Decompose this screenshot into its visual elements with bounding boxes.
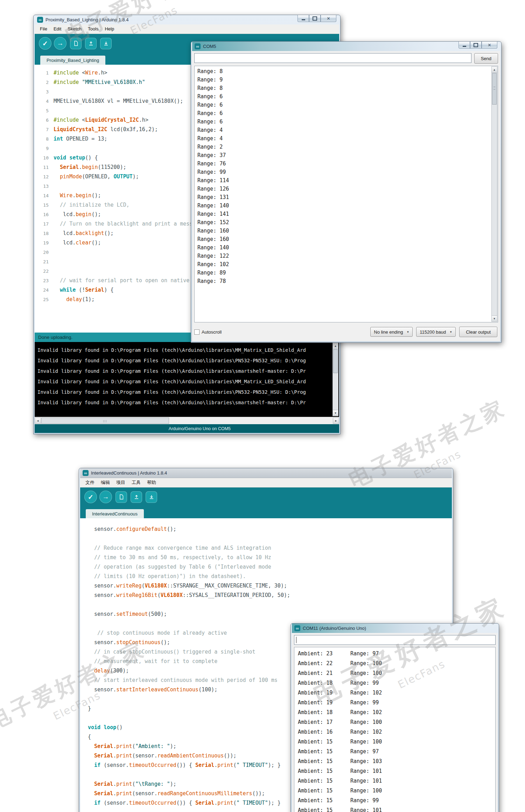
code-line: // limits (10 Hz operation)") in the dat… (88, 572, 452, 581)
window-title: InterleavedContinuous | Arduino 1.8.4 (91, 470, 167, 476)
scrollbar-thumb[interactable] (333, 349, 338, 373)
menu-item-2[interactable]: 项目 (113, 478, 128, 487)
serial-input[interactable] (194, 53, 471, 63)
menu-item-sketch[interactable]: Sketch (64, 24, 85, 34)
arduino-app-icon: ∞ (195, 43, 201, 49)
save-button[interactable] (146, 491, 157, 503)
scroll-left-icon[interactable]: ◄ (35, 418, 41, 424)
serial-output-lines: Ambient: 23Range: 97Ambient: 22Range: 10… (294, 647, 495, 812)
maximize-button[interactable] (309, 15, 321, 22)
titlebar[interactable]: ∞ COM11 (Arduino/Genuino Uno) (292, 624, 498, 633)
close-button[interactable]: ✕ (321, 15, 336, 22)
minimize-icon (463, 46, 466, 47)
output-line: Range: 4 (197, 134, 498, 143)
window-title: Proximity_Based_Lighting | Arduino 1.8.4 (46, 17, 129, 22)
tab-proximity-based-lighting[interactable]: Proximity_Based_Lighting (40, 56, 105, 65)
output-line: Invalid library found in D:\Program File… (37, 366, 339, 376)
serial-line: Ambient: 15Range: 99 (298, 796, 495, 805)
titlebar[interactable]: ∞ Proximity_Based_Lighting | Arduino 1.8… (35, 15, 339, 24)
line-ending-value: No line ending (374, 329, 403, 335)
menu-item-4[interactable]: 帮助 (144, 478, 159, 487)
menu-item-0[interactable]: 文件 (82, 478, 98, 487)
output-line: Invalid library found in D:\Program File… (37, 397, 339, 408)
tab-bar: InterleavedContinuous (80, 506, 452, 518)
code-line: sensor.writeReg16Bit(VL6180X::SYSALS__IN… (88, 591, 452, 600)
serial-line: Ambient: 15Range: 101 (298, 766, 495, 776)
clear-output-button[interactable]: Clear output (459, 327, 497, 337)
code-line: // operation (as suggested by Table 6 ("… (88, 562, 452, 572)
baud-rate-select[interactable]: 115200 baud ▼ (416, 327, 456, 337)
line-ending-select[interactable]: No line ending ▼ (370, 327, 413, 337)
output-line: Range: 78 (197, 277, 498, 285)
new-document-icon (119, 494, 124, 500)
tab-interleaved-continuous[interactable]: InterleavedContinuous (86, 509, 144, 518)
scroll-down-icon[interactable]: ▼ (492, 315, 497, 321)
output-line: Range: 102 (197, 260, 498, 269)
autoscroll-checkbox[interactable]: Autoscroll (194, 329, 222, 335)
chevron-down-icon: ▼ (449, 330, 452, 334)
titlebar[interactable]: ∞ InterleavedContinuous | Arduino 1.8.4 (80, 468, 452, 478)
output-line: Range: 6 (197, 101, 498, 109)
menu-item-3[interactable]: 工具 (128, 478, 144, 487)
output-line: Range: 89 (197, 269, 498, 277)
serial-line: Ambient: 15Range: 100 (298, 737, 495, 747)
new-sketch-button[interactable] (115, 491, 127, 503)
code-line: sensor.writeReg(VL6180X::SYSRANGE__MAX_C… (88, 581, 452, 591)
output-line: Range: 37 (197, 151, 498, 159)
upload-button[interactable]: → (99, 491, 112, 503)
menu-item-file[interactable]: File (37, 24, 50, 34)
verify-button[interactable]: ✓ (84, 491, 97, 503)
menu-bar: 文件编辑项目工具帮助 (80, 478, 452, 487)
minimize-button[interactable] (458, 42, 470, 49)
scroll-up-icon[interactable]: ▲ (333, 343, 338, 349)
serial-line: Ambient: 15Range: 100 (298, 786, 495, 796)
open-button[interactable] (85, 38, 97, 49)
serial-output[interactable]: Range: 8Range: 9Range: 8Range: 6Range: 6… (194, 66, 498, 322)
output-line: Invalid library found in D:\Program File… (37, 355, 339, 366)
output-line: Range: 126 (197, 185, 498, 193)
scrollbar-thumb[interactable]: ||| (41, 418, 169, 424)
output-line: Range: 99 (197, 168, 498, 176)
code-line: // time to 30 ms and 50 ms, respectively… (88, 553, 452, 562)
minimize-button[interactable] (298, 15, 309, 22)
open-button[interactable] (131, 491, 142, 503)
scrollbar-thumb[interactable] (492, 73, 497, 105)
output-vertical-scrollbar[interactable]: ▲ ▼ (491, 66, 497, 322)
window-controls: ✕ (458, 42, 497, 49)
menu-item-edit[interactable]: Edit (50, 24, 64, 34)
serial-input[interactable] (294, 635, 496, 645)
output-line: Range: 6 (197, 92, 498, 101)
horizontal-scrollbar[interactable]: ◄ ||| ► (35, 417, 339, 424)
send-button[interactable]: Send (474, 53, 498, 64)
verify-button[interactable]: ✓ (39, 37, 51, 50)
code-line: sensor.configureDefault(); (88, 525, 452, 534)
scroll-right-icon[interactable]: ► (333, 418, 339, 424)
open-up-arrow-icon (134, 494, 139, 500)
maximize-button[interactable] (470, 42, 482, 49)
new-sketch-button[interactable] (70, 38, 82, 49)
scroll-down-icon[interactable]: ▼ (333, 410, 338, 416)
scroll-up-icon[interactable]: ▲ (492, 67, 497, 73)
titlebar[interactable]: ∞ COM5 ✕ (192, 42, 500, 51)
serial-output[interactable]: Ambient: 23Range: 97Ambient: 22Range: 10… (294, 647, 496, 812)
maximize-icon (313, 16, 317, 21)
arduino-app-icon: ∞ (37, 17, 43, 23)
menu-item-1[interactable]: 编辑 (98, 478, 113, 487)
upload-button[interactable]: → (54, 37, 66, 50)
output-line: Range: 4 (197, 126, 498, 134)
checkbox-icon (194, 329, 200, 335)
save-button[interactable] (100, 38, 112, 49)
console-vertical-scrollbar[interactable]: ▲ ▼ (332, 343, 338, 416)
window-title: COM11 (Arduino/Genuino Uno) (303, 626, 366, 631)
maximize-icon (474, 43, 478, 47)
output-line: Range: 114 (197, 176, 498, 185)
menu-item-help[interactable]: Help (102, 24, 117, 34)
console-output[interactable]: Invalid library found in D:\Program File… (35, 342, 339, 417)
close-button[interactable]: ✕ (482, 42, 497, 49)
output-line: Range: 160 (197, 235, 498, 243)
minimize-icon (302, 19, 305, 20)
serial-line: Ambient: 15Range: 101 (298, 776, 495, 786)
output-line: Invalid library found in D:\Program File… (37, 376, 339, 387)
menu-item-tools[interactable]: Tools (85, 24, 102, 34)
chevron-down-icon: ▼ (406, 330, 409, 334)
